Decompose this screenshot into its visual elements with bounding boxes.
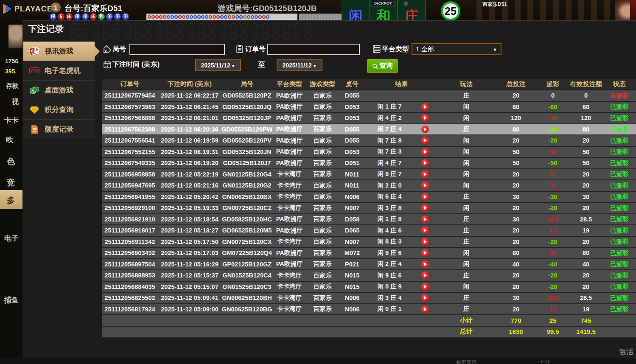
table-row[interactable]: 2511120569291002025-11-12 05:19:33GN0072… (102, 202, 636, 214)
result-cell: 闲 9 庄 7 (366, 169, 413, 180)
bet-area-庄[interactable]: 庄 (398, 0, 426, 20)
status-cell: 已派彩 (602, 247, 636, 259)
round-id-cell: GD05525B120PV (221, 135, 272, 146)
search-button[interactable]: 查询 (367, 59, 398, 73)
play-result-button[interactable] (421, 171, 429, 178)
europe-hall-item[interactable]: 欧 (6, 135, 13, 145)
table-row[interactable]: 2511120675565412025-11-12 06:19:59GD0552… (102, 135, 636, 146)
payout-cell: 20 (536, 180, 569, 191)
sidebar-item-3[interactable]: 桌面游戏 (23, 81, 95, 100)
play-result-button[interactable] (421, 260, 429, 268)
bet-area-闲[interactable]: 闲 (342, 0, 370, 20)
avatar[interactable] (8, 25, 22, 48)
play-result-button[interactable] (421, 249, 429, 257)
play-result-button[interactable] (421, 294, 429, 302)
table-row[interactable]: 2511120568975042025-11-12 05:16:29GP0212… (102, 259, 636, 270)
play-result-button[interactable] (421, 238, 429, 246)
play-result-button[interactable] (421, 182, 429, 189)
table-row[interactable]: 2511120675668882025-11-12 06:21:01GD0532… (102, 112, 636, 124)
bet-time-cell: 2025-11-12 06:22:17 (158, 90, 221, 101)
table-row[interactable]: 2511120675521552025-11-12 06:19:31GD0532… (102, 146, 636, 158)
platform-select[interactable]: 1.全部 ▼ (412, 43, 502, 55)
table-row[interactable]: 2511120568840352025-11-12 05:15:07GN0152… (102, 281, 636, 293)
column-header: 总投注 (496, 79, 536, 90)
column-header: 游戏类型 (306, 79, 339, 90)
platform-cell: PA欧洲厅 (272, 90, 306, 101)
payout-cell: -20 (536, 135, 569, 146)
table-row[interactable]: 2511120569034322025-11-12 05:17:03GM0722… (102, 247, 636, 259)
big-road-cell (174, 15, 178, 19)
sedie-item[interactable]: 色 (7, 156, 15, 167)
bet-side-cell: 庄 (437, 214, 496, 225)
play-result-button[interactable] (421, 283, 429, 291)
play-result-button[interactable] (421, 272, 429, 279)
jackpot-help-icon[interactable]: ? (403, 1, 408, 6)
round-filter-input[interactable] (129, 44, 225, 55)
total-bet-cell: 20 (496, 169, 536, 180)
sidebar-item-2[interactable]: 777电子老虎机 (23, 61, 95, 81)
jingmi-item[interactable]: 竞 (7, 177, 15, 188)
bet-side-cell: 庄 (437, 236, 496, 248)
table-row[interactable]: 2511120675739632025-11-12 06:21:45GD0532… (102, 101, 636, 113)
column-header: 下注时间 (美东) (158, 79, 221, 90)
play-result-button[interactable] (421, 137, 429, 144)
dealer-video: 百家乐D51 (476, 0, 636, 20)
table-row[interactable]: 2511120675493352025-11-12 06:19:20GD0512… (102, 157, 636, 169)
big-road-cell (247, 15, 250, 19)
replay-cell (413, 202, 437, 214)
play-result-button[interactable] (421, 114, 429, 122)
order-id-cell: 251112056903432 (102, 247, 158, 259)
sidebar-item-4[interactable]: 积分查询 (23, 100, 95, 120)
play-result-button[interactable] (421, 204, 429, 212)
column-header: 局号 (221, 79, 272, 90)
game-top-bar: PLAYACE 1 台号:百家乐D51 游戏局号:GD05125B120JB 闲… (0, 0, 636, 20)
table-row[interactable]: 2511120569419552025-11-12 05:20:42GN0062… (102, 191, 636, 203)
table-row[interactable]: 2511120569180172025-11-12 05:18:27GD0652… (102, 225, 636, 236)
game-type-cell: 百家乐 (306, 90, 339, 101)
bead-road-cell: 闲 (50, 13, 56, 20)
play-result-button[interactable] (421, 305, 429, 313)
play-result-button[interactable] (421, 126, 429, 133)
table-row[interactable]: 2511120675794542025-11-12 06:22:17GD0552… (102, 90, 636, 101)
date-from-select[interactable]: 2025/11/12▼ (195, 59, 241, 71)
play-result-button[interactable] (421, 148, 429, 156)
slots-item[interactable]: 电子 (4, 233, 19, 243)
cards-icon: K♥9 (28, 46, 40, 57)
clipboard-icon (235, 45, 244, 53)
replay-cell (413, 281, 437, 293)
play-result-button[interactable] (421, 216, 429, 223)
play-result-button[interactable] (421, 159, 429, 167)
table-row[interactable]: 2511120568255022025-11-12 05:09:41GN0062… (102, 292, 636, 304)
platform-cell: 卡卡湾厅 (272, 304, 306, 315)
order-filter-input[interactable] (267, 44, 360, 55)
table-row[interactable]: 2511120569219102025-11-12 05:18:54GD0582… (102, 214, 636, 225)
play-result-button[interactable] (421, 103, 429, 111)
date-to-select[interactable]: 2025/11/12▼ (277, 59, 322, 71)
bead-road: 闲6庄闲闲庄和闲闲闲 (50, 13, 130, 20)
round-id-cell: GM07225B120Q4 (221, 247, 272, 259)
result-cell: 闲 0 庄 1 (366, 304, 413, 315)
table-row[interactable]: 2511120569113422025-11-12 05:17:50GN0072… (102, 236, 636, 248)
video-games-item[interactable]: 视 (12, 98, 19, 106)
sidebar-item-1[interactable]: K♥9视讯游戏 (23, 42, 95, 61)
kaka-hall-item[interactable]: 卡卡 (4, 115, 19, 125)
table-row[interactable]: 2511120675623882025-11-12 06:20:36GD0552… (102, 124, 636, 135)
fishing-item[interactable]: 捕鱼 (4, 295, 19, 305)
game-type-cell: 百家乐 (306, 304, 339, 315)
table-row[interactable]: 2511120568889532025-11-12 05:15:37GN0152… (102, 270, 636, 281)
play-result-button[interactable] (421, 193, 429, 201)
deposit-item[interactable]: 存款 (6, 82, 19, 90)
search-icon (372, 63, 378, 69)
table-row[interactable]: 2511120569476952025-11-12 05:21:16GN0112… (102, 180, 636, 191)
multi-table-item[interactable]: 多 (7, 195, 15, 206)
platform-cell: 卡卡湾厅 (272, 191, 306, 203)
play-result-button[interactable] (421, 227, 429, 234)
table-row[interactable]: 2511120569588582025-11-12 05:22:19GN0112… (102, 169, 636, 180)
table-row[interactable]: 2511120568179242025-11-12 05:09:00GN0062… (102, 304, 636, 315)
round-id-cell: GD05325B120JN (221, 146, 272, 158)
modal-content: 局号 订单号 平台类型 1.全部 ▼ (101, 21, 636, 358)
platform-cell: 卡卡湾厅 (272, 292, 306, 304)
sidebar-item-5[interactable]: 额度记录 (23, 120, 95, 139)
valid-bet-cell: 20 (569, 202, 602, 214)
date-to-value: 2025/11/12 (282, 62, 311, 69)
